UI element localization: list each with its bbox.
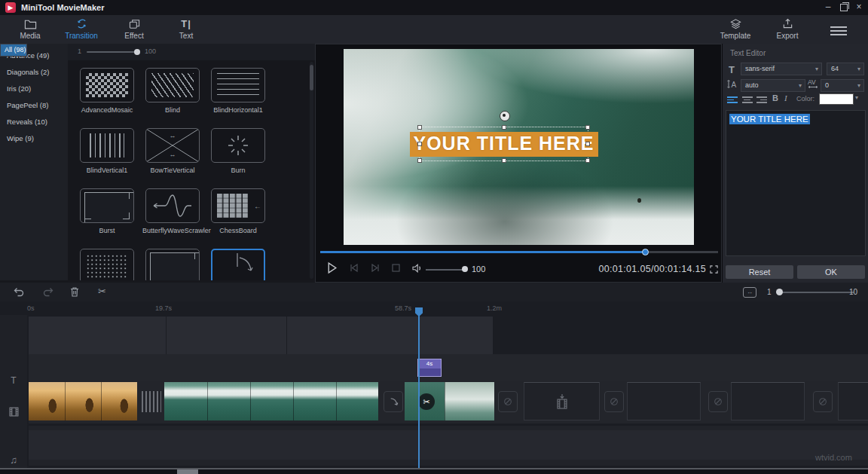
video-canvas[interactable]: YOUR TITLE HERE <box>344 49 694 245</box>
color-swatch[interactable] <box>819 93 854 105</box>
align-right-button[interactable] <box>756 95 767 105</box>
resize-handle[interactable] <box>585 125 590 130</box>
ok-button[interactable]: OK <box>797 265 865 279</box>
volume-slider[interactable] <box>426 269 466 271</box>
delete-button[interactable] <box>69 286 80 298</box>
category-diagonals[interactable]: Diagonals (2) <box>0 64 68 81</box>
resize-handle[interactable] <box>417 142 422 146</box>
align-center-button[interactable] <box>741 95 753 105</box>
volume-icon[interactable] <box>412 264 423 273</box>
reset-button[interactable]: Reset <box>726 265 793 279</box>
rotate-handle[interactable] <box>500 111 510 121</box>
resize-handle[interactable] <box>502 125 506 130</box>
empty-clip-placeholder[interactable] <box>524 382 600 420</box>
tab-text[interactable]: T| Text <box>162 17 210 40</box>
text-clip[interactable]: 4s <box>417 359 442 377</box>
title-selection-box[interactable]: YOUR TITLE HERE <box>419 127 588 161</box>
tab-media[interactable]: Media <box>6 17 54 40</box>
text-content-area[interactable]: YOUR TITLE HERE <box>726 110 866 256</box>
duration-slider[interactable] <box>87 51 139 53</box>
transition-slot[interactable] <box>813 391 833 412</box>
title-overlay-text[interactable]: YOUR TITLE HERE <box>410 132 598 157</box>
empty-clip-placeholder[interactable] <box>838 382 868 420</box>
resize-handle[interactable] <box>417 125 422 130</box>
transition-slot[interactable] <box>498 391 518 412</box>
overlay-track-area[interactable] <box>29 317 494 354</box>
fit-timeline-button[interactable]: ↔ <box>743 287 756 298</box>
line-height-select[interactable]: auto▾ <box>741 79 805 92</box>
transition-dots-partial[interactable] <box>80 249 134 280</box>
tab-effect[interactable]: Effect <box>110 17 158 40</box>
letter-spacing-select[interactable]: 0▾ <box>821 79 864 92</box>
tab-export[interactable]: Export <box>763 17 811 40</box>
transition-selected-partial[interactable] <box>211 249 265 280</box>
close-button[interactable]: × <box>852 2 866 14</box>
minimize-button[interactable]: – <box>821 2 835 14</box>
category-pagepeel[interactable]: PagePeel (8) <box>0 97 68 114</box>
transition-blindvertical1[interactable] <box>80 128 134 163</box>
text-track-area[interactable] <box>29 354 868 381</box>
transition-scrollbar[interactable] <box>310 62 313 279</box>
tab-template[interactable]: Template <box>711 17 760 40</box>
duration-slider-handle[interactable] <box>134 49 140 55</box>
next-frame-button[interactable] <box>371 264 380 272</box>
seek-bar[interactable] <box>320 251 718 253</box>
transition-blindhorizontal1[interactable] <box>211 68 265 102</box>
align-left-button[interactable] <box>727 95 738 105</box>
font-size-select[interactable]: 64▾ <box>827 63 864 75</box>
split-scissors-button[interactable]: ✂ <box>98 286 106 297</box>
text-content-selected[interactable]: YOUR TITLE HERE <box>729 114 810 124</box>
menu-button[interactable] <box>830 24 847 35</box>
stop-button[interactable] <box>392 264 400 272</box>
video-clip-wheat[interactable] <box>29 382 137 420</box>
undo-button[interactable] <box>13 286 25 298</box>
chevron-down-icon[interactable]: ▾ <box>855 94 858 101</box>
restore-button[interactable] <box>837 2 851 14</box>
transition-burn[interactable] <box>211 128 265 163</box>
previous-frame-button[interactable] <box>350 264 359 272</box>
category-wipe[interactable]: Wipe (9) <box>0 130 68 147</box>
category-all[interactable]: All (98) <box>0 44 27 57</box>
seek-handle[interactable] <box>642 249 649 255</box>
fullscreen-icon[interactable] <box>710 265 718 274</box>
playhead-line[interactable] <box>418 307 420 468</box>
applied-transition-slot[interactable] <box>384 391 403 412</box>
transition-slot[interactable] <box>708 391 728 412</box>
playhead-marker[interactable] <box>415 307 423 317</box>
transition-burst[interactable] <box>80 188 134 223</box>
resize-handle[interactable] <box>585 158 590 163</box>
transition-bowtievertical[interactable]: ↔ ↔ <box>145 128 200 163</box>
empty-clip-placeholder[interactable] <box>731 382 805 420</box>
horizontal-scrollbar[interactable] <box>0 468 868 474</box>
play-button[interactable] <box>326 261 338 274</box>
text-clip-duration: 4s <box>418 359 441 368</box>
bold-button[interactable]: B <box>772 93 778 102</box>
timeline-zoom-slider[interactable] <box>780 292 854 293</box>
italic-button[interactable]: I <box>784 93 787 102</box>
timeline-zoom-handle[interactable] <box>776 289 783 295</box>
music-track-area[interactable] <box>29 426 868 466</box>
tab-transition[interactable]: Transition <box>57 17 105 40</box>
scrollbar-thumb[interactable] <box>177 469 198 474</box>
app-logo-icon: ▶ <box>5 2 16 13</box>
split-badge-scissors-icon[interactable]: ✂ <box>418 393 435 410</box>
category-iris[interactable]: Iris (20) <box>0 81 68 97</box>
resize-handle[interactable] <box>585 142 590 146</box>
resize-handle[interactable] <box>417 158 422 163</box>
transition-advancedmosaic[interactable] <box>80 68 134 102</box>
transition-butterflywavescrawler[interactable] <box>145 188 200 223</box>
transition-chessboard[interactable]: ← <box>211 188 265 223</box>
video-clip-waves[interactable] <box>164 382 378 420</box>
transition-circleopen-partial[interactable] <box>145 249 200 280</box>
category-reveals[interactable]: Reveals (10) <box>0 114 68 130</box>
volume-slider-handle[interactable] <box>462 266 468 272</box>
redo-button[interactable] <box>42 286 54 298</box>
scrollbar-thumb[interactable] <box>310 65 313 90</box>
empty-clip-placeholder[interactable] <box>627 382 701 420</box>
font-family-select[interactable]: sans-serif▾ <box>741 63 822 75</box>
transition-slot[interactable] <box>604 391 624 412</box>
resize-handle[interactable] <box>502 158 506 163</box>
template-stack-icon <box>711 17 760 30</box>
chevron-down-icon: ▾ <box>857 63 860 75</box>
transition-blind[interactable] <box>145 68 200 102</box>
